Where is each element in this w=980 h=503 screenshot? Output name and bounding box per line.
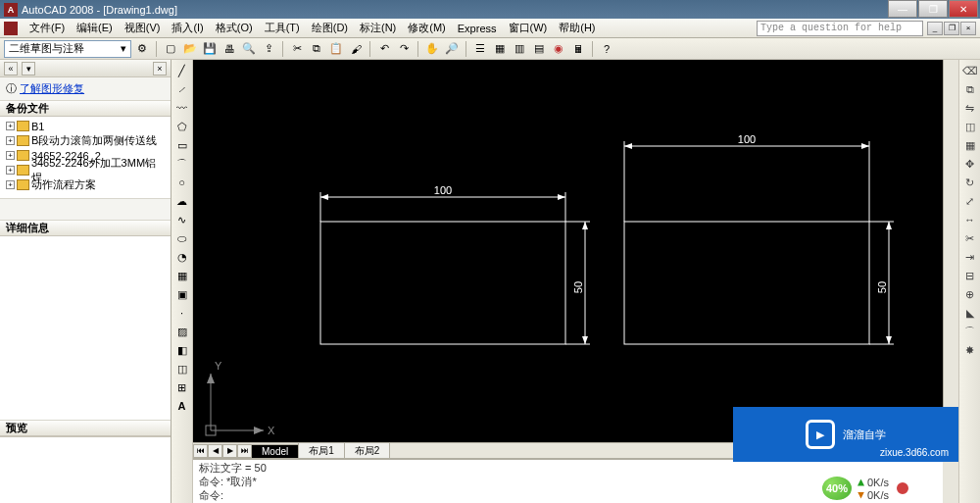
menu-format[interactable]: 格式(O) <box>210 19 259 37</box>
move-icon[interactable]: ✥ <box>961 155 979 173</box>
paste-icon[interactable]: 📋 <box>327 40 345 58</box>
download-badge[interactable]: 40% <box>820 475 854 502</box>
hatch-icon[interactable]: ▨ <box>173 323 191 340</box>
cut-icon[interactable]: ✂ <box>288 40 306 58</box>
doc-close-button[interactable]: × <box>960 22 976 35</box>
menu-insert[interactable]: 插入(I) <box>166 19 209 37</box>
tab-first-icon[interactable]: ⏮ <box>193 444 208 458</box>
tree-item[interactable]: +B1 <box>4 119 171 133</box>
expand-icon[interactable]: + <box>6 136 15 145</box>
array-icon[interactable]: ▦ <box>961 136 979 154</box>
menu-dimension[interactable]: 标注(N) <box>354 19 402 37</box>
help-icon[interactable]: ? <box>598 40 615 58</box>
menu-modify[interactable]: 修改(M) <box>402 19 452 37</box>
xline-icon[interactable]: ⟋ <box>173 80 191 98</box>
tab-layout2[interactable]: 布局2 <box>344 442 391 459</box>
chamfer-icon[interactable]: ◣ <box>961 304 979 322</box>
point-icon[interactable]: · <box>173 304 191 322</box>
pan-icon[interactable]: ✋ <box>423 40 441 58</box>
tab-last-icon[interactable]: ⏭ <box>237 444 252 458</box>
extend-icon[interactable]: ⇥ <box>961 248 979 266</box>
designcenter-icon[interactable]: ▦ <box>491 40 509 58</box>
plot-icon[interactable]: 🖶 <box>220 40 238 58</box>
redo-icon[interactable]: ↷ <box>395 40 413 58</box>
explode-icon[interactable]: ✸ <box>961 341 979 359</box>
polyline-icon[interactable]: 〰 <box>173 99 191 117</box>
panel-collapse-icon[interactable]: « <box>4 62 18 75</box>
insert-icon[interactable]: ▦ <box>173 267 191 284</box>
ellipse-icon[interactable]: ⬭ <box>173 229 191 247</box>
doc-minimize-button[interactable]: _ <box>927 22 943 35</box>
toolpalette-icon[interactable]: ▥ <box>511 40 528 58</box>
copy-obj-icon[interactable]: ⧉ <box>961 80 979 98</box>
match-icon[interactable]: 🖌 <box>347 40 365 58</box>
ellipse-arc-icon[interactable]: ◔ <box>173 248 191 266</box>
make-block-icon[interactable]: ▣ <box>173 285 191 303</box>
calc-icon[interactable]: 🖩 <box>569 40 587 58</box>
download-toggle-icon[interactable] <box>895 480 910 496</box>
zoom-icon[interactable]: 🔎 <box>443 40 461 58</box>
menu-file[interactable]: 文件(F) <box>24 19 71 37</box>
expand-icon[interactable]: + <box>6 122 15 130</box>
preview-icon[interactable]: 🔍 <box>240 40 258 58</box>
undo-icon[interactable]: ↶ <box>375 40 393 58</box>
join-icon[interactable]: ⊕ <box>961 285 979 303</box>
menu-tools[interactable]: 工具(T) <box>259 19 306 37</box>
expand-icon[interactable]: + <box>6 151 15 160</box>
vertical-scrollbar[interactable] <box>943 60 958 442</box>
close-button[interactable]: ✕ <box>949 0 978 18</box>
spline-icon[interactable]: ∿ <box>173 211 191 228</box>
table-icon[interactable]: ⊞ <box>173 378 191 396</box>
workspace-combo[interactable]: 二维草图与注释 ▾ <box>4 40 131 58</box>
workspace-settings-icon[interactable]: ⚙ <box>133 40 151 58</box>
expand-icon[interactable]: + <box>6 166 15 175</box>
arc-icon[interactable]: ⌒ <box>173 155 191 173</box>
publish-icon[interactable]: ⇪ <box>260 40 277 58</box>
menu-express[interactable]: Express <box>452 21 503 36</box>
menu-window[interactable]: 窗口(W) <box>503 19 554 37</box>
drawing-canvas[interactable]: 100 50 100 <box>193 60 943 442</box>
save-icon[interactable]: 💾 <box>201 40 219 58</box>
menu-help[interactable]: 帮助(H) <box>553 19 601 37</box>
mtext-icon[interactable]: A <box>173 397 191 415</box>
tab-next-icon[interactable]: ▶ <box>222 444 237 458</box>
open-icon[interactable]: 📂 <box>181 40 199 58</box>
rotate-icon[interactable]: ↻ <box>961 174 979 191</box>
stretch-icon[interactable]: ↔ <box>961 211 979 228</box>
circle-icon[interactable]: ○ <box>173 174 191 191</box>
revcloud-icon[interactable]: ☁ <box>173 192 191 210</box>
minimize-button[interactable]: — <box>888 0 917 18</box>
maximize-button[interactable]: ❐ <box>918 0 948 18</box>
erase-icon[interactable]: ⌫ <box>961 62 979 79</box>
learn-recovery-link[interactable]: 了解图形修复 <box>20 82 84 94</box>
panel-close-icon[interactable]: × <box>153 62 167 75</box>
properties-icon[interactable]: ☰ <box>471 40 489 58</box>
menu-draw[interactable]: 绘图(D) <box>306 19 354 37</box>
gradient-icon[interactable]: ◧ <box>173 341 191 359</box>
tree-item[interactable]: +B段动力滚筒加两侧传送线 <box>4 133 171 148</box>
break-icon[interactable]: ⊟ <box>961 267 979 284</box>
scale-icon[interactable]: ⤢ <box>961 192 979 210</box>
trim-icon[interactable]: ✂ <box>961 229 979 247</box>
polygon-icon[interactable]: ⬠ <box>173 118 191 135</box>
menu-view[interactable]: 视图(V) <box>119 19 167 37</box>
mirror-icon[interactable]: ⇋ <box>961 99 979 117</box>
fillet-icon[interactable]: ⌒ <box>961 323 979 340</box>
cmd-scrollbar[interactable] <box>943 460 958 503</box>
help-search-input[interactable]: Type a question for help <box>757 21 923 36</box>
markup-icon[interactable]: ◉ <box>550 40 567 58</box>
doc-restore-button[interactable]: ❐ <box>944 22 959 35</box>
expand-icon[interactable]: + <box>6 180 15 189</box>
tab-layout1[interactable]: 布局1 <box>298 442 345 459</box>
menu-edit[interactable]: 编辑(E) <box>71 19 119 37</box>
region-icon[interactable]: ◫ <box>173 360 191 377</box>
copy-icon[interactable]: ⧉ <box>308 40 325 58</box>
offset-icon[interactable]: ◫ <box>961 118 979 135</box>
rectangle-icon[interactable]: ▭ <box>173 136 191 154</box>
tab-model[interactable]: Model <box>251 444 299 458</box>
new-icon[interactable]: ▢ <box>162 40 179 58</box>
panel-menu-icon[interactable]: ▾ <box>22 62 35 75</box>
line-icon[interactable]: ╱ <box>173 62 191 79</box>
sheet-icon[interactable]: ▤ <box>530 40 548 58</box>
tree-item[interactable]: +34652-2246外加工3MM铝焊. <box>4 163 171 177</box>
